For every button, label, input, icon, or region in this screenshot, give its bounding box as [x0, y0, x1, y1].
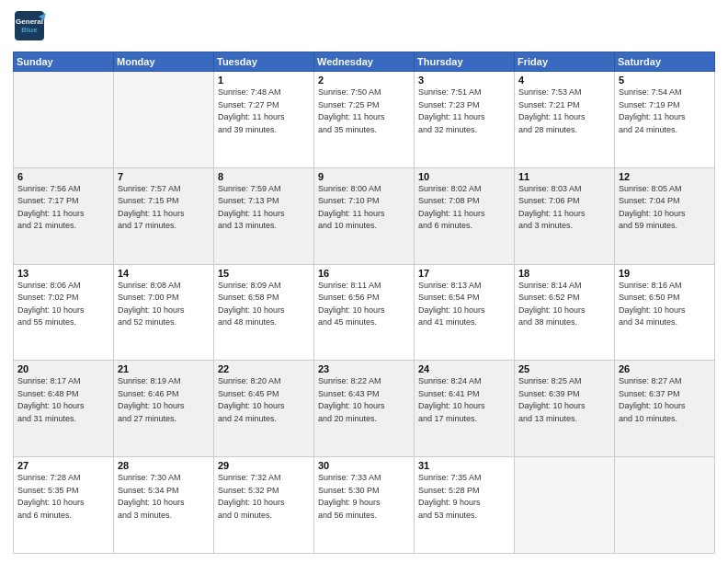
weekday-header: Wednesday [314, 52, 415, 72]
day-info: Sunrise: 8:09 AM Sunset: 6:58 PM Dayligh… [218, 280, 311, 329]
weekday-header: Monday [114, 52, 214, 72]
day-info: Sunrise: 8:08 AM Sunset: 7:00 PM Dayligh… [118, 280, 210, 329]
header: General Blue [13, 9, 715, 46]
day-number: 21 [118, 363, 210, 374]
day-number: 14 [118, 268, 210, 279]
calendar-cell: 22Sunrise: 8:20 AM Sunset: 6:45 PM Dayli… [214, 361, 314, 457]
day-number: 27 [17, 460, 110, 471]
day-number: 13 [17, 268, 110, 279]
day-info: Sunrise: 7:48 AM Sunset: 7:27 PM Dayligh… [218, 86, 311, 136]
day-number: 15 [218, 268, 311, 279]
day-info: Sunrise: 8:19 AM Sunset: 6:46 PM Dayligh… [118, 375, 210, 425]
calendar-cell: 29Sunrise: 7:32 AM Sunset: 5:32 PM Dayli… [214, 457, 314, 554]
day-number: 17 [418, 268, 511, 279]
calendar-cell: 2Sunrise: 7:50 AM Sunset: 7:25 PM Daylig… [314, 72, 415, 168]
calendar-cell: 13Sunrise: 8:06 AM Sunset: 7:02 PM Dayli… [14, 264, 114, 361]
day-number: 7 [118, 171, 210, 182]
calendar-cell: 6Sunrise: 7:56 AM Sunset: 7:17 PM Daylig… [14, 167, 114, 264]
calendar-cell: 30Sunrise: 7:33 AM Sunset: 5:30 PM Dayli… [314, 457, 415, 554]
day-info: Sunrise: 7:56 AM Sunset: 7:17 PM Dayligh… [17, 183, 110, 233]
day-info: Sunrise: 8:22 AM Sunset: 6:43 PM Dayligh… [318, 375, 411, 425]
page: General Blue SundayMondayTuesdayWednesda… [0, 0, 728, 563]
day-number: 28 [118, 460, 210, 471]
svg-text:General: General [16, 17, 43, 26]
day-info: Sunrise: 7:51 AM Sunset: 7:23 PM Dayligh… [418, 86, 511, 136]
calendar-cell: 19Sunrise: 8:16 AM Sunset: 6:50 PM Dayli… [615, 264, 715, 361]
calendar-cell: 1Sunrise: 7:48 AM Sunset: 7:27 PM Daylig… [214, 72, 314, 168]
calendar-cell: 23Sunrise: 8:22 AM Sunset: 6:43 PM Dayli… [314, 361, 415, 457]
day-info: Sunrise: 7:59 AM Sunset: 7:13 PM Dayligh… [218, 183, 311, 233]
day-number: 3 [418, 75, 511, 86]
day-info: Sunrise: 8:24 AM Sunset: 6:41 PM Dayligh… [418, 375, 511, 425]
calendar-cell: 31Sunrise: 7:35 AM Sunset: 5:28 PM Dayli… [415, 457, 515, 554]
weekday-header: Tuesday [214, 52, 314, 72]
day-number: 29 [218, 460, 311, 471]
day-number: 9 [318, 171, 411, 182]
calendar-row: 13Sunrise: 8:06 AM Sunset: 7:02 PM Dayli… [14, 264, 715, 361]
day-info: Sunrise: 8:25 AM Sunset: 6:39 PM Dayligh… [518, 375, 611, 425]
calendar-cell: 20Sunrise: 8:17 AM Sunset: 6:48 PM Dayli… [14, 361, 114, 457]
calendar-cell [114, 72, 214, 168]
day-info: Sunrise: 8:00 AM Sunset: 7:10 PM Dayligh… [318, 183, 411, 233]
weekday-header-row: SundayMondayTuesdayWednesdayThursdayFrid… [14, 52, 715, 72]
day-info: Sunrise: 7:57 AM Sunset: 7:15 PM Dayligh… [118, 183, 210, 233]
calendar-cell: 25Sunrise: 8:25 AM Sunset: 6:39 PM Dayli… [515, 361, 615, 457]
day-number: 12 [619, 171, 711, 182]
day-info: Sunrise: 8:14 AM Sunset: 6:52 PM Dayligh… [518, 280, 611, 329]
day-number: 20 [17, 363, 110, 374]
calendar-cell: 26Sunrise: 8:27 AM Sunset: 6:37 PM Dayli… [615, 361, 715, 457]
day-number: 6 [17, 171, 110, 182]
calendar-cell: 28Sunrise: 7:30 AM Sunset: 5:34 PM Dayli… [114, 457, 214, 554]
calendar-cell: 15Sunrise: 8:09 AM Sunset: 6:58 PM Dayli… [214, 264, 314, 361]
day-info: Sunrise: 7:28 AM Sunset: 5:35 PM Dayligh… [17, 472, 110, 522]
day-info: Sunrise: 7:33 AM Sunset: 5:30 PM Dayligh… [318, 472, 411, 522]
calendar-row: 1Sunrise: 7:48 AM Sunset: 7:27 PM Daylig… [14, 72, 715, 168]
day-info: Sunrise: 7:32 AM Sunset: 5:32 PM Dayligh… [218, 472, 311, 522]
day-info: Sunrise: 8:06 AM Sunset: 7:02 PM Dayligh… [17, 280, 110, 329]
calendar-cell: 5Sunrise: 7:54 AM Sunset: 7:19 PM Daylig… [615, 72, 715, 168]
logo: General Blue [13, 9, 46, 46]
calendar-cell: 12Sunrise: 8:05 AM Sunset: 7:04 PM Dayli… [615, 167, 715, 264]
calendar-cell: 14Sunrise: 8:08 AM Sunset: 7:00 PM Dayli… [114, 264, 214, 361]
day-info: Sunrise: 7:35 AM Sunset: 5:28 PM Dayligh… [418, 472, 511, 522]
day-number: 18 [518, 268, 611, 279]
day-info: Sunrise: 8:02 AM Sunset: 7:08 PM Dayligh… [418, 183, 511, 233]
day-info: Sunrise: 8:27 AM Sunset: 6:37 PM Dayligh… [619, 375, 711, 425]
day-number: 31 [418, 460, 511, 471]
day-number: 16 [318, 268, 411, 279]
logo-icon: General Blue [13, 9, 46, 46]
calendar-cell: 7Sunrise: 7:57 AM Sunset: 7:15 PM Daylig… [114, 167, 214, 264]
day-number: 8 [218, 171, 311, 182]
day-number: 4 [518, 75, 611, 86]
svg-text:Blue: Blue [21, 26, 38, 34]
day-info: Sunrise: 8:20 AM Sunset: 6:45 PM Dayligh… [218, 375, 311, 425]
calendar-row: 6Sunrise: 7:56 AM Sunset: 7:17 PM Daylig… [14, 167, 715, 264]
calendar-cell: 4Sunrise: 7:53 AM Sunset: 7:21 PM Daylig… [515, 72, 615, 168]
day-number: 23 [318, 363, 411, 374]
calendar-cell: 24Sunrise: 8:24 AM Sunset: 6:41 PM Dayli… [415, 361, 515, 457]
calendar-cell: 10Sunrise: 8:02 AM Sunset: 7:08 PM Dayli… [415, 167, 515, 264]
day-number: 5 [619, 75, 711, 86]
weekday-header: Sunday [14, 52, 114, 72]
day-number: 2 [318, 75, 411, 86]
calendar-cell [14, 72, 114, 168]
calendar-cell [615, 457, 715, 554]
weekday-header: Friday [515, 52, 615, 72]
day-info: Sunrise: 8:03 AM Sunset: 7:06 PM Dayligh… [518, 183, 611, 233]
day-number: 24 [418, 363, 511, 374]
calendar-cell: 9Sunrise: 8:00 AM Sunset: 7:10 PM Daylig… [314, 167, 415, 264]
day-number: 11 [518, 171, 611, 182]
calendar-cell: 16Sunrise: 8:11 AM Sunset: 6:56 PM Dayli… [314, 264, 415, 361]
day-number: 30 [318, 460, 411, 471]
weekday-header: Thursday [415, 52, 515, 72]
day-info: Sunrise: 8:13 AM Sunset: 6:54 PM Dayligh… [418, 280, 511, 329]
day-number: 22 [218, 363, 311, 374]
day-info: Sunrise: 8:16 AM Sunset: 6:50 PM Dayligh… [619, 280, 711, 329]
calendar: SundayMondayTuesdayWednesdayThursdayFrid… [13, 52, 715, 554]
calendar-cell: 17Sunrise: 8:13 AM Sunset: 6:54 PM Dayli… [415, 264, 515, 361]
day-number: 26 [619, 363, 711, 374]
calendar-row: 27Sunrise: 7:28 AM Sunset: 5:35 PM Dayli… [14, 457, 715, 554]
calendar-row: 20Sunrise: 8:17 AM Sunset: 6:48 PM Dayli… [14, 361, 715, 457]
calendar-cell [515, 457, 615, 554]
day-number: 10 [418, 171, 511, 182]
